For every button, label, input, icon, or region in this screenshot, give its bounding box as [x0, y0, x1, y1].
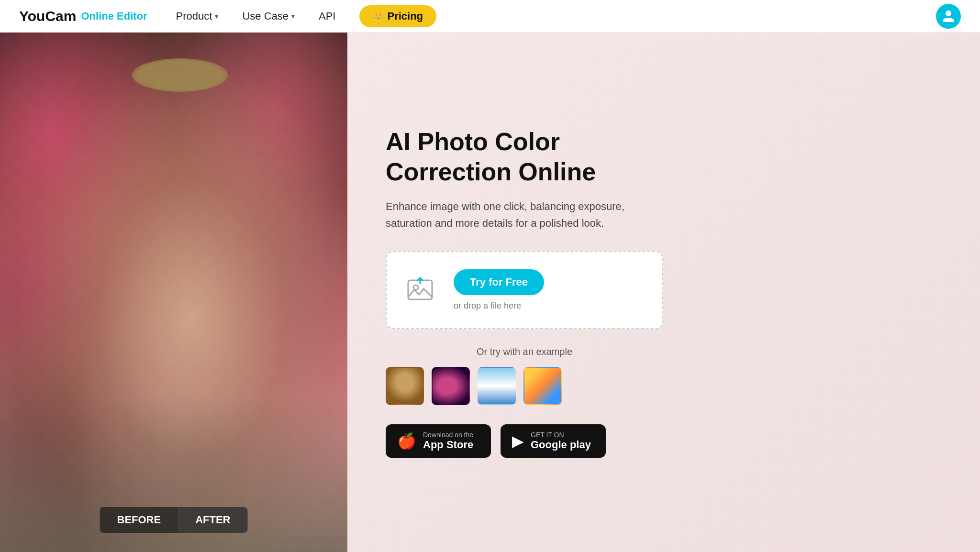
examples-label: Or try with an example: [386, 346, 663, 357]
after-label: AFTER: [178, 507, 247, 533]
hat-layer: [132, 58, 228, 92]
hero-background-photo: [0, 33, 347, 552]
app-store-name: App Store: [423, 439, 473, 451]
example-thumb-city[interactable]: [523, 367, 562, 405]
hero-title: AI Photo ColorCorrection Online: [386, 127, 942, 187]
apple-icon: 🍎: [397, 432, 416, 450]
brand-subtitle: Online Editor: [81, 10, 147, 22]
example-thumb-dog[interactable]: [386, 367, 424, 405]
before-after-labels: BEFORE AFTER: [100, 507, 247, 533]
app-store-text: Download on the App Store: [423, 431, 473, 451]
try-for-free-button[interactable]: Try for Free: [454, 269, 544, 295]
drop-file-label: or drop a file here: [454, 301, 544, 311]
hero-subtitle: Enhance image with one click, balancing …: [386, 198, 635, 232]
user-avatar-button[interactable]: [936, 4, 961, 29]
google-play-icon: ▶: [512, 432, 524, 450]
navbar: YouCam Online Editor Product ▾ Use Case …: [0, 0, 980, 33]
nav-product[interactable]: Product ▾: [176, 10, 219, 22]
before-label: BEFORE: [100, 507, 178, 533]
nav-api[interactable]: API: [319, 10, 335, 22]
store-buttons: 🍎 Download on the App Store ▶ GET IT ON …: [386, 424, 942, 458]
chevron-down-icon: ▾: [291, 12, 295, 20]
user-icon: [941, 9, 956, 23]
upload-actions: Try for Free or drop a file here: [454, 269, 544, 311]
google-play-name: Google play: [531, 439, 591, 451]
brand-name: YouCam: [19, 8, 76, 24]
upload-photo-icon: [406, 276, 434, 304]
crown-icon: 👑: [373, 11, 383, 22]
google-play-sub: GET IT ON: [531, 431, 591, 439]
hero-content-area: AI Photo ColorCorrection Online Enhance …: [347, 33, 980, 552]
upload-drop-zone[interactable]: Try for Free or drop a file here: [386, 251, 663, 329]
example-thumb-flower[interactable]: [432, 367, 470, 405]
hero-photo-area: BEFORE AFTER: [0, 33, 347, 552]
app-store-button[interactable]: 🍎 Download on the App Store: [386, 424, 491, 458]
google-play-button[interactable]: ▶ GET IT ON Google play: [501, 424, 606, 458]
nav-links: Product ▾ Use Case ▾ API 👑 Pricing: [176, 5, 936, 27]
hero-section: BEFORE AFTER AI Photo ColorCorrection On…: [0, 33, 980, 552]
brand-logo[interactable]: YouCam Online Editor: [19, 8, 147, 24]
google-play-text: GET IT ON Google play: [531, 431, 591, 451]
app-store-sub: Download on the: [423, 431, 473, 439]
example-thumb-sky[interactable]: [478, 367, 516, 405]
nav-usecase[interactable]: Use Case ▾: [242, 10, 295, 22]
chevron-down-icon: ▾: [215, 12, 218, 20]
example-thumbnails: [386, 367, 942, 405]
nav-pricing-button[interactable]: 👑 Pricing: [359, 5, 436, 27]
